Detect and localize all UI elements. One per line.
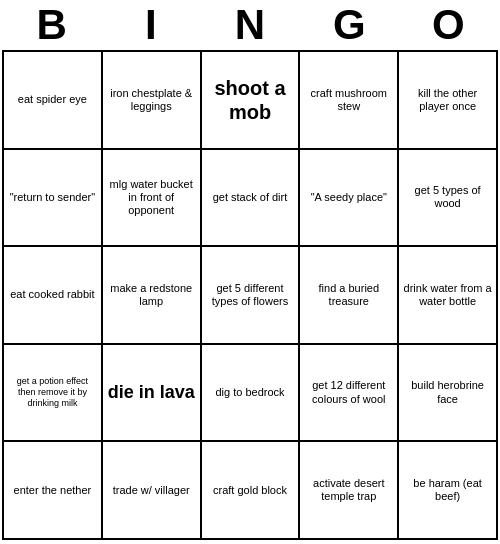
bingo-cell-23: activate desert temple trap	[300, 442, 399, 540]
bingo-cell-24: be haram (eat beef)	[399, 442, 498, 540]
bingo-cell-1: iron chestplate & leggings	[103, 52, 202, 150]
bingo-cell-19: build herobrine face	[399, 345, 498, 443]
bingo-cell-11: make a redstone lamp	[103, 247, 202, 345]
bingo-cell-5: "return to sender"	[4, 150, 103, 248]
bingo-cell-10: eat cooked rabbit	[4, 247, 103, 345]
bingo-cell-7: get stack of dirt	[202, 150, 301, 248]
bingo-cell-15: get a potion effect then remove it by dr…	[4, 345, 103, 443]
bingo-cell-18: get 12 different colours of wool	[300, 345, 399, 443]
bingo-cell-20: enter the nether	[4, 442, 103, 540]
bingo-grid: eat spider eyeiron chestplate & leggings…	[2, 50, 498, 540]
bingo-cell-22: craft gold block	[202, 442, 301, 540]
letter-g: G	[300, 4, 399, 46]
bingo-cell-8: "A seedy place"	[300, 150, 399, 248]
bingo-cell-9: get 5 types of wood	[399, 150, 498, 248]
bingo-cell-21: trade w/ villager	[103, 442, 202, 540]
bingo-cell-6: mlg water bucket in front of opponent	[103, 150, 202, 248]
bingo-cell-16: die in lava	[103, 345, 202, 443]
letter-o: O	[399, 4, 498, 46]
letter-n: N	[200, 4, 299, 46]
bingo-cell-0: eat spider eye	[4, 52, 103, 150]
bingo-cell-17: dig to bedrock	[202, 345, 301, 443]
bingo-cell-4: kill the other player once	[399, 52, 498, 150]
bingo-cell-13: find a buried treasure	[300, 247, 399, 345]
bingo-cell-14: drink water from a water bottle	[399, 247, 498, 345]
bingo-header: B I N G O	[0, 0, 500, 50]
bingo-cell-12: get 5 different types of flowers	[202, 247, 301, 345]
letter-i: I	[101, 4, 200, 46]
bingo-cell-3: craft mushroom stew	[300, 52, 399, 150]
letter-b: B	[2, 4, 101, 46]
bingo-cell-2: shoot a mob	[202, 52, 301, 150]
